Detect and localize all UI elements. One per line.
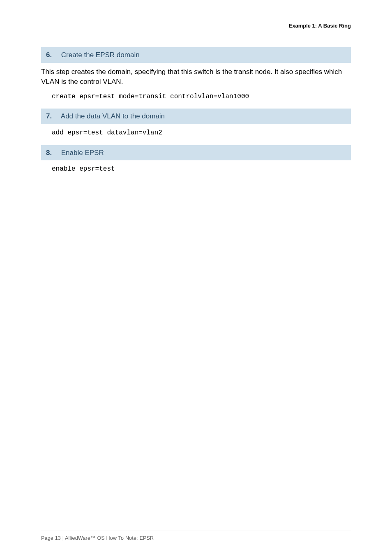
- step-8-number: 8.: [46, 148, 59, 158]
- step-7-bar: 7. Add the data VLAN to the domain: [41, 109, 351, 124]
- step-7-number: 7.: [46, 111, 59, 121]
- step-6-title: Create the EPSR domain: [61, 51, 140, 59]
- step-8-title: Enable EPSR: [61, 149, 104, 157]
- step-8-code: enable epsr=test: [52, 164, 351, 173]
- step-6-bar: 6. Create the EPSR domain: [41, 47, 351, 63]
- running-head: Example 1: A Basic Ring: [289, 23, 351, 29]
- step-6-code: create epsr=test mode=transit controlvla…: [52, 92, 351, 101]
- main-content: 6. Create the EPSR domain This step crea…: [41, 47, 351, 174]
- step-7-title: Add the data VLAN to the domain: [61, 112, 165, 120]
- step-6-paragraph: This step creates the domain, specifying…: [41, 67, 351, 87]
- footer-rule: [41, 530, 351, 530]
- step-8-bar: 8. Enable EPSR: [41, 145, 351, 161]
- step-7-code: add epsr=test datavlan=vlan2: [52, 128, 351, 137]
- footer-text: Page 13 | AlliedWare™ OS How To Note: EP…: [41, 535, 154, 541]
- step-6-number: 6.: [46, 50, 59, 60]
